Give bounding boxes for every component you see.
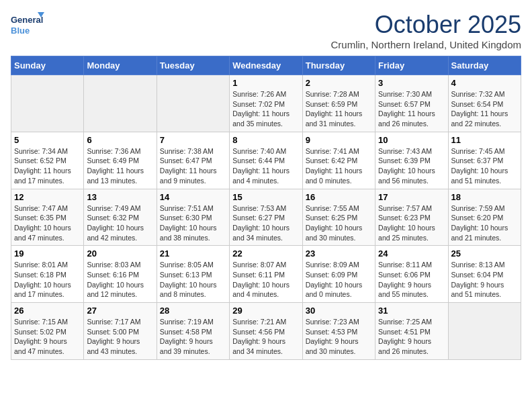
- day-info: Sunrise: 8:03 AM Sunset: 6:16 PM Dayligh…: [87, 260, 153, 300]
- day-info: Sunrise: 7:34 AM Sunset: 6:52 PM Dayligh…: [14, 146, 81, 186]
- day-info: Sunrise: 8:05 AM Sunset: 6:13 PM Dayligh…: [160, 260, 226, 300]
- day-info: Sunrise: 8:09 AM Sunset: 6:09 PM Dayligh…: [306, 260, 372, 300]
- day-info: Sunrise: 7:45 AM Sunset: 6:37 PM Dayligh…: [451, 146, 518, 186]
- dow-header-thursday: Thursday: [302, 56, 375, 75]
- calendar-cell: 17Sunrise: 7:57 AM Sunset: 6:23 PM Dayli…: [375, 189, 448, 246]
- calendar-cell: 18Sunrise: 7:59 AM Sunset: 6:20 PM Dayli…: [448, 189, 521, 246]
- page-header: General Blue October 2025 Crumlin, North…: [11, 11, 521, 50]
- day-info: Sunrise: 8:13 AM Sunset: 6:04 PM Dayligh…: [451, 260, 518, 300]
- day-number: 9: [306, 135, 372, 145]
- calendar-cell: 25Sunrise: 8:13 AM Sunset: 6:04 PM Dayli…: [448, 246, 521, 303]
- calendar-cell: 2Sunrise: 7:28 AM Sunset: 6:59 PM Daylig…: [302, 75, 375, 132]
- calendar-cell: 19Sunrise: 8:01 AM Sunset: 6:18 PM Dayli…: [11, 246, 84, 303]
- day-info: Sunrise: 7:17 AM Sunset: 5:00 PM Dayligh…: [87, 317, 153, 357]
- day-number: 12: [14, 192, 81, 202]
- month-title: October 2025: [331, 11, 521, 39]
- calendar-cell: 21Sunrise: 8:05 AM Sunset: 6:13 PM Dayli…: [157, 246, 229, 303]
- day-number: 25: [451, 248, 518, 259]
- calendar-cell: 31Sunrise: 7:25 AM Sunset: 4:51 PM Dayli…: [375, 303, 448, 360]
- calendar-cell: 7Sunrise: 7:38 AM Sunset: 6:47 PM Daylig…: [157, 132, 229, 189]
- day-number: 1: [232, 78, 299, 88]
- calendar-table: SundayMondayTuesdayWednesdayThursdayFrid…: [11, 56, 521, 360]
- calendar-cell: 4Sunrise: 7:32 AM Sunset: 6:54 PM Daylig…: [448, 75, 521, 132]
- day-number: 10: [378, 135, 445, 145]
- day-number: 30: [306, 306, 372, 316]
- day-number: 5: [14, 135, 81, 145]
- calendar-cell: [157, 75, 229, 132]
- calendar-cell: 11Sunrise: 7:45 AM Sunset: 6:37 PM Dayli…: [448, 132, 521, 189]
- location-subtitle: Crumlin, Northern Ireland, United Kingdo…: [331, 39, 521, 50]
- day-info: Sunrise: 8:01 AM Sunset: 6:18 PM Dayligh…: [14, 260, 81, 300]
- day-info: Sunrise: 7:51 AM Sunset: 6:30 PM Dayligh…: [160, 203, 226, 243]
- day-number: 21: [160, 248, 226, 259]
- day-info: Sunrise: 7:19 AM Sunset: 4:58 PM Dayligh…: [160, 317, 226, 357]
- day-info: Sunrise: 7:36 AM Sunset: 6:49 PM Dayligh…: [87, 146, 153, 186]
- day-info: Sunrise: 7:30 AM Sunset: 6:57 PM Dayligh…: [378, 89, 445, 129]
- day-info: Sunrise: 7:38 AM Sunset: 6:47 PM Dayligh…: [160, 146, 226, 186]
- svg-text:General: General: [11, 15, 43, 25]
- calendar-cell: 14Sunrise: 7:51 AM Sunset: 6:30 PM Dayli…: [157, 189, 229, 246]
- day-info: Sunrise: 7:26 AM Sunset: 7:02 PM Dayligh…: [232, 89, 299, 129]
- day-number: 27: [87, 306, 153, 316]
- day-info: Sunrise: 7:23 AM Sunset: 4:53 PM Dayligh…: [306, 317, 372, 357]
- day-number: 11: [451, 135, 518, 145]
- calendar-cell: 16Sunrise: 7:55 AM Sunset: 6:25 PM Dayli…: [302, 189, 375, 246]
- day-info: Sunrise: 8:07 AM Sunset: 6:11 PM Dayligh…: [232, 260, 299, 300]
- calendar-cell: 9Sunrise: 7:41 AM Sunset: 6:42 PM Daylig…: [302, 132, 375, 189]
- calendar-cell: 8Sunrise: 7:40 AM Sunset: 6:44 PM Daylig…: [230, 132, 302, 189]
- day-info: Sunrise: 7:40 AM Sunset: 6:44 PM Dayligh…: [232, 146, 299, 186]
- day-info: Sunrise: 7:28 AM Sunset: 6:59 PM Dayligh…: [306, 89, 372, 129]
- dow-header-monday: Monday: [84, 56, 157, 75]
- title-area: October 2025 Crumlin, Northern Ireland, …: [331, 11, 521, 50]
- calendar-cell: 20Sunrise: 8:03 AM Sunset: 6:16 PM Dayli…: [84, 246, 157, 303]
- day-number: 15: [232, 192, 299, 202]
- day-number: 28: [160, 306, 226, 316]
- day-number: 22: [232, 248, 299, 259]
- dow-header-saturday: Saturday: [448, 56, 521, 75]
- day-info: Sunrise: 7:43 AM Sunset: 6:39 PM Dayligh…: [378, 146, 445, 186]
- calendar-cell: 27Sunrise: 7:17 AM Sunset: 5:00 PM Dayli…: [84, 303, 157, 360]
- day-info: Sunrise: 7:15 AM Sunset: 5:02 PM Dayligh…: [14, 317, 81, 357]
- day-number: 6: [87, 135, 153, 145]
- calendar-cell: 24Sunrise: 8:11 AM Sunset: 6:06 PM Dayli…: [375, 246, 448, 303]
- day-info: Sunrise: 7:32 AM Sunset: 6:54 PM Dayligh…: [451, 89, 518, 129]
- calendar-cell: 1Sunrise: 7:26 AM Sunset: 7:02 PM Daylig…: [230, 75, 302, 132]
- day-number: 18: [451, 192, 518, 202]
- dow-header-friday: Friday: [375, 56, 448, 75]
- day-number: 24: [378, 248, 445, 259]
- day-info: Sunrise: 7:55 AM Sunset: 6:25 PM Dayligh…: [306, 203, 372, 243]
- calendar-week-2: 5Sunrise: 7:34 AM Sunset: 6:52 PM Daylig…: [11, 132, 521, 189]
- calendar-cell: 6Sunrise: 7:36 AM Sunset: 6:49 PM Daylig…: [84, 132, 157, 189]
- day-info: Sunrise: 7:57 AM Sunset: 6:23 PM Dayligh…: [378, 203, 445, 243]
- day-number: 16: [306, 192, 372, 202]
- day-info: Sunrise: 7:49 AM Sunset: 6:32 PM Dayligh…: [87, 203, 153, 243]
- calendar-cell: 26Sunrise: 7:15 AM Sunset: 5:02 PM Dayli…: [11, 303, 84, 360]
- dow-header-sunday: Sunday: [11, 56, 84, 75]
- day-number: 4: [451, 78, 518, 88]
- calendar-cell: [11, 75, 84, 132]
- calendar-cell: 23Sunrise: 8:09 AM Sunset: 6:09 PM Dayli…: [302, 246, 375, 303]
- calendar-cell: 29Sunrise: 7:21 AM Sunset: 4:56 PM Dayli…: [230, 303, 302, 360]
- calendar-week-5: 26Sunrise: 7:15 AM Sunset: 5:02 PM Dayli…: [11, 303, 521, 360]
- day-number: 14: [160, 192, 226, 202]
- day-number: 3: [378, 78, 445, 88]
- day-number: 2: [306, 78, 372, 88]
- calendar-cell: 10Sunrise: 7:43 AM Sunset: 6:39 PM Dayli…: [375, 132, 448, 189]
- day-number: 7: [160, 135, 226, 145]
- day-info: Sunrise: 7:41 AM Sunset: 6:42 PM Dayligh…: [306, 146, 372, 186]
- day-number: 17: [378, 192, 445, 202]
- calendar-week-1: 1Sunrise: 7:26 AM Sunset: 7:02 PM Daylig…: [11, 75, 521, 132]
- calendar-cell: 12Sunrise: 7:47 AM Sunset: 6:35 PM Dayli…: [11, 189, 84, 246]
- calendar-week-4: 19Sunrise: 8:01 AM Sunset: 6:18 PM Dayli…: [11, 246, 521, 303]
- day-number: 19: [14, 248, 81, 259]
- day-number: 23: [306, 248, 372, 259]
- logo: General Blue: [11, 11, 44, 40]
- dow-header-tuesday: Tuesday: [157, 56, 229, 75]
- dow-header-wednesday: Wednesday: [230, 56, 302, 75]
- calendar-cell: [84, 75, 157, 132]
- day-number: 29: [232, 306, 299, 316]
- day-info: Sunrise: 7:21 AM Sunset: 4:56 PM Dayligh…: [232, 317, 299, 357]
- day-info: Sunrise: 7:25 AM Sunset: 4:51 PM Dayligh…: [378, 317, 445, 357]
- day-info: Sunrise: 7:47 AM Sunset: 6:35 PM Dayligh…: [14, 203, 81, 243]
- day-number: 26: [14, 306, 81, 316]
